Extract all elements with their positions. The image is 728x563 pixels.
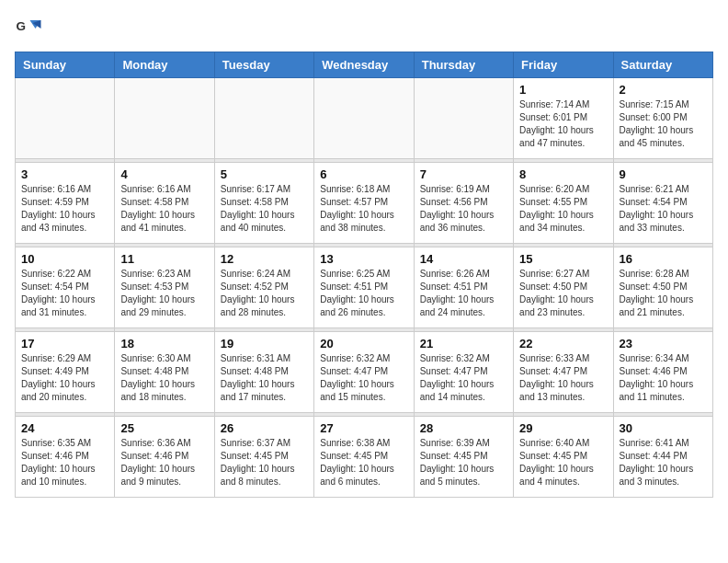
calendar-cell xyxy=(314,78,414,159)
calendar-cell: 19Sunrise: 6:31 AM Sunset: 4:48 PM Dayli… xyxy=(214,332,313,413)
day-number: 7 xyxy=(420,167,507,181)
calendar-cell xyxy=(16,78,115,159)
day-number: 12 xyxy=(221,252,308,266)
calendar-cell: 12Sunrise: 6:24 AM Sunset: 4:52 PM Dayli… xyxy=(214,247,313,328)
day-info: Sunrise: 6:21 AM Sunset: 4:54 PM Dayligh… xyxy=(620,183,707,235)
calendar-table: SundayMondayTuesdayWednesdayThursdayFrid… xyxy=(15,52,713,498)
day-number: 6 xyxy=(320,167,407,181)
svg-text:G: G xyxy=(17,19,27,33)
calendar-cell: 18Sunrise: 6:30 AM Sunset: 4:48 PM Dayli… xyxy=(115,332,214,413)
day-number: 26 xyxy=(221,421,308,435)
calendar-cell: 7Sunrise: 6:19 AM Sunset: 4:56 PM Daylig… xyxy=(414,163,513,244)
calendar-cell: 16Sunrise: 6:28 AM Sunset: 4:50 PM Dayli… xyxy=(613,247,712,328)
day-info: Sunrise: 6:33 AM Sunset: 4:47 PM Dayligh… xyxy=(519,352,607,404)
calendar-cell: 26Sunrise: 6:37 AM Sunset: 4:45 PM Dayli… xyxy=(214,417,313,498)
day-number: 28 xyxy=(420,421,507,435)
day-info: Sunrise: 6:18 AM Sunset: 4:57 PM Dayligh… xyxy=(320,183,407,235)
logo-icon: G xyxy=(15,15,42,42)
calendar-cell xyxy=(115,78,214,159)
day-number: 1 xyxy=(519,83,607,97)
day-number: 27 xyxy=(320,421,407,435)
day-number: 4 xyxy=(120,167,208,181)
calendar-cell: 22Sunrise: 6:33 AM Sunset: 4:47 PM Dayli… xyxy=(514,332,613,413)
calendar-week-row: 24Sunrise: 6:35 AM Sunset: 4:46 PM Dayli… xyxy=(16,417,713,498)
day-info: Sunrise: 6:19 AM Sunset: 4:56 PM Dayligh… xyxy=(420,183,507,235)
day-number: 23 xyxy=(620,337,707,350)
day-info: Sunrise: 6:27 AM Sunset: 4:50 PM Dayligh… xyxy=(519,268,607,319)
day-info: Sunrise: 6:39 AM Sunset: 4:45 PM Dayligh… xyxy=(420,437,507,488)
calendar-cell: 4Sunrise: 6:16 AM Sunset: 4:58 PM Daylig… xyxy=(115,163,214,244)
calendar-cell: 25Sunrise: 6:36 AM Sunset: 4:46 PM Dayli… xyxy=(115,417,214,498)
calendar-header-thursday: Thursday xyxy=(414,52,513,78)
day-number: 11 xyxy=(120,252,208,266)
calendar-cell: 15Sunrise: 6:27 AM Sunset: 4:50 PM Dayli… xyxy=(514,247,613,328)
day-info: Sunrise: 7:15 AM Sunset: 6:00 PM Dayligh… xyxy=(620,98,707,150)
calendar-cell: 28Sunrise: 6:39 AM Sunset: 4:45 PM Dayli… xyxy=(414,417,513,498)
calendar-cell: 29Sunrise: 6:40 AM Sunset: 4:45 PM Dayli… xyxy=(514,417,613,498)
day-number: 2 xyxy=(620,83,707,97)
day-number: 13 xyxy=(320,252,407,266)
calendar-header-tuesday: Tuesday xyxy=(214,52,313,78)
calendar-cell: 6Sunrise: 6:18 AM Sunset: 4:57 PM Daylig… xyxy=(314,163,414,244)
page-header: G xyxy=(15,15,713,42)
calendar-cell xyxy=(214,78,313,159)
day-number: 15 xyxy=(519,252,607,266)
day-info: Sunrise: 6:38 AM Sunset: 4:45 PM Dayligh… xyxy=(320,437,407,488)
calendar-header-sunday: Sunday xyxy=(16,52,115,78)
day-number: 5 xyxy=(221,167,308,181)
day-number: 30 xyxy=(620,421,707,435)
calendar-cell: 23Sunrise: 6:34 AM Sunset: 4:46 PM Dayli… xyxy=(613,332,712,413)
calendar-cell: 27Sunrise: 6:38 AM Sunset: 4:45 PM Dayli… xyxy=(314,417,414,498)
day-number: 29 xyxy=(519,421,607,435)
day-number: 17 xyxy=(21,337,108,350)
calendar-cell: 1Sunrise: 7:14 AM Sunset: 6:01 PM Daylig… xyxy=(514,78,613,159)
day-number: 14 xyxy=(420,252,507,266)
logo: G xyxy=(15,15,46,42)
calendar-cell: 2Sunrise: 7:15 AM Sunset: 6:00 PM Daylig… xyxy=(613,78,712,159)
day-info: Sunrise: 6:24 AM Sunset: 4:52 PM Dayligh… xyxy=(221,268,308,319)
day-info: Sunrise: 6:26 AM Sunset: 4:51 PM Dayligh… xyxy=(420,268,507,319)
day-number: 16 xyxy=(620,252,707,266)
calendar-cell: 3Sunrise: 6:16 AM Sunset: 4:59 PM Daylig… xyxy=(16,163,115,244)
calendar-header-friday: Friday xyxy=(514,52,613,78)
calendar-cell: 9Sunrise: 6:21 AM Sunset: 4:54 PM Daylig… xyxy=(613,163,712,244)
day-info: Sunrise: 6:36 AM Sunset: 4:46 PM Dayligh… xyxy=(120,437,208,488)
day-info: Sunrise: 6:35 AM Sunset: 4:46 PM Dayligh… xyxy=(21,437,108,488)
day-info: Sunrise: 7:14 AM Sunset: 6:01 PM Dayligh… xyxy=(519,98,607,150)
day-info: Sunrise: 6:16 AM Sunset: 4:58 PM Dayligh… xyxy=(120,183,208,235)
calendar-header-monday: Monday xyxy=(115,52,214,78)
calendar-cell: 21Sunrise: 6:32 AM Sunset: 4:47 PM Dayli… xyxy=(414,332,513,413)
calendar-header-row: SundayMondayTuesdayWednesdayThursdayFrid… xyxy=(16,52,713,78)
day-info: Sunrise: 6:32 AM Sunset: 4:47 PM Dayligh… xyxy=(420,352,507,404)
day-number: 21 xyxy=(420,337,507,350)
calendar-week-row: 3Sunrise: 6:16 AM Sunset: 4:59 PM Daylig… xyxy=(16,163,713,244)
day-info: Sunrise: 6:16 AM Sunset: 4:59 PM Dayligh… xyxy=(21,183,108,235)
day-info: Sunrise: 6:37 AM Sunset: 4:45 PM Dayligh… xyxy=(221,437,308,488)
day-info: Sunrise: 6:32 AM Sunset: 4:47 PM Dayligh… xyxy=(320,352,407,404)
calendar-header-wednesday: Wednesday xyxy=(314,52,414,78)
day-number: 10 xyxy=(21,252,108,266)
day-info: Sunrise: 6:34 AM Sunset: 4:46 PM Dayligh… xyxy=(620,352,707,404)
calendar-cell: 10Sunrise: 6:22 AM Sunset: 4:54 PM Dayli… xyxy=(16,247,115,328)
day-info: Sunrise: 6:28 AM Sunset: 4:50 PM Dayligh… xyxy=(620,268,707,319)
calendar-week-row: 10Sunrise: 6:22 AM Sunset: 4:54 PM Dayli… xyxy=(16,247,713,328)
calendar-cell: 13Sunrise: 6:25 AM Sunset: 4:51 PM Dayli… xyxy=(314,247,414,328)
calendar-cell: 24Sunrise: 6:35 AM Sunset: 4:46 PM Dayli… xyxy=(16,417,115,498)
day-number: 8 xyxy=(519,167,607,181)
calendar-cell xyxy=(414,78,513,159)
day-number: 25 xyxy=(120,421,208,435)
day-info: Sunrise: 6:41 AM Sunset: 4:44 PM Dayligh… xyxy=(620,437,707,488)
calendar-cell: 8Sunrise: 6:20 AM Sunset: 4:55 PM Daylig… xyxy=(514,163,613,244)
day-number: 3 xyxy=(21,167,108,181)
calendar-header-saturday: Saturday xyxy=(613,52,712,78)
day-info: Sunrise: 6:40 AM Sunset: 4:45 PM Dayligh… xyxy=(519,437,607,488)
day-info: Sunrise: 6:23 AM Sunset: 4:53 PM Dayligh… xyxy=(120,268,208,319)
day-info: Sunrise: 6:31 AM Sunset: 4:48 PM Dayligh… xyxy=(221,352,308,404)
calendar-week-row: 1Sunrise: 7:14 AM Sunset: 6:01 PM Daylig… xyxy=(16,78,713,159)
day-number: 18 xyxy=(120,337,208,350)
calendar-cell: 11Sunrise: 6:23 AM Sunset: 4:53 PM Dayli… xyxy=(115,247,214,328)
day-info: Sunrise: 6:20 AM Sunset: 4:55 PM Dayligh… xyxy=(519,183,607,235)
calendar-cell: 30Sunrise: 6:41 AM Sunset: 4:44 PM Dayli… xyxy=(613,417,712,498)
day-number: 20 xyxy=(320,337,407,350)
day-number: 24 xyxy=(21,421,108,435)
